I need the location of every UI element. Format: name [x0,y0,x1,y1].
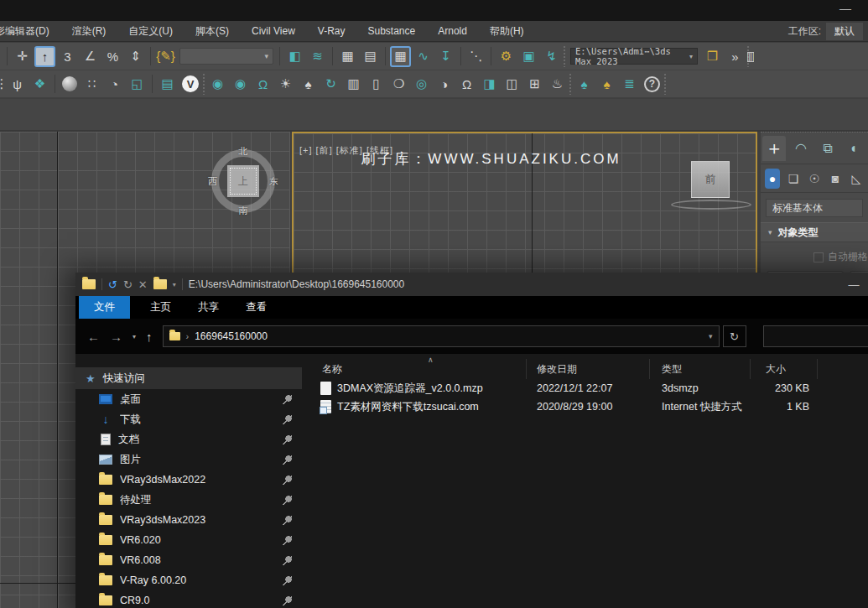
column-header-size[interactable]: 大小 [751,359,818,379]
history-chevron-icon[interactable]: ▾ [133,333,136,340]
layered-image-icon[interactable]: ◎ [411,74,432,95]
fire-ring-icon[interactable]: ❍ [388,74,409,95]
physical-camera-icon[interactable]: ◉ [207,74,228,95]
percent-snap-icon[interactable]: % [102,46,123,67]
select-object-button[interactable]: ↑ [34,46,55,67]
pin-icon[interactable] [283,455,292,465]
category-shapes-button[interactable]: ❏ [786,169,801,189]
sidebar-item-folder[interactable]: CR9.0 [75,590,302,608]
category-helpers-button[interactable]: ◺ [849,169,864,189]
viewcube-ring-icon[interactable] [671,200,751,210]
menu-civil-view[interactable]: Civil View [252,25,295,37]
qat-folder-icon[interactable] [153,279,167,289]
forward-icon[interactable]: → [110,330,122,344]
undo-icon[interactable]: ↺ [108,278,117,291]
sidebar-item-pictures[interactable]: 图片 [75,450,302,470]
max-minimize-button[interactable]: — [834,2,856,15]
vray-fire-icon[interactable]: ❖ [29,74,50,95]
mirror-icon[interactable]: ◧ [284,46,305,67]
named-selection-sets-dropdown[interactable]: ▾ [179,48,273,65]
toolbar-partial-icon[interactable]: ▥ [747,46,754,67]
help-icon[interactable]: ? [644,76,660,92]
forest-list-icon[interactable]: ▥ [343,74,364,95]
play-panel-icon[interactable]: ◫ [502,74,522,95]
toolbar-partial-icon[interactable]: ⋮ [0,74,5,95]
asset-list-icon[interactable]: ▤ [157,74,178,95]
vray-logo-icon[interactable]: V [182,75,199,92]
pin-icon[interactable] [283,496,292,505]
project-folder-field[interactable]: E:\Users\Admi⋯\3ds Max 2023 ▾ [570,48,698,65]
pin-icon[interactable] [283,536,292,545]
column-header-name[interactable]: 名称 [302,359,527,379]
align-icon[interactable]: ≋ [307,46,328,67]
sidebar-item-folder[interactable]: VRay3dsMax2023 [75,510,302,530]
up-icon[interactable]: ↑ [146,330,153,344]
pin-icon[interactable] [283,415,292,424]
palette-b-icon[interactable]: ◑ [434,74,455,95]
teapot-icon[interactable]: ♨ [547,74,568,95]
object-type-rollout[interactable]: ▾ 对象类型 [761,222,868,242]
explorer-minimize-button[interactable]: — [834,273,868,296]
close-icon[interactable]: ✕ [138,278,148,291]
bulb-b-icon[interactable]: Ω [456,74,477,95]
category-cameras-button[interactable]: ◙ [828,169,843,189]
menu-help[interactable]: 帮助(H) [490,24,524,39]
schematic-view-icon[interactable]: ↧ [435,46,456,67]
render-production-icon[interactable]: ❒ [702,46,723,67]
sidebar-item-folder[interactable]: V-Ray 6.00.20 [75,570,302,590]
render-setup-icon[interactable]: ▣ [518,46,539,67]
snaps-toggle-icon[interactable]: 3 [57,46,78,67]
toggle-scene-explorer-icon[interactable]: ▦ [337,46,358,67]
forest-page-icon[interactable]: ▯ [366,74,387,95]
tab-share[interactable]: 共享 [185,297,232,318]
sidebar-item-folder[interactable]: 待处理 [75,490,302,510]
viewcube-top-face[interactable]: 上 [227,165,259,197]
menu-substance[interactable]: Substance [368,25,416,37]
menu-scripting[interactable]: 脚本(S) [195,24,229,39]
file-row[interactable]: 3DMAX资源追踪器_v2.0.0.mzp 2022/12/1 22:07 3d… [302,379,868,398]
material-sphere-icon[interactable] [62,76,77,91]
update-icon[interactable]: ↻ [320,74,341,95]
panel-split-icon[interactable]: ◨ [479,74,500,95]
file-row[interactable]: TZ素材网资料下载tzsucai.com 2020/8/29 19:00 Int… [302,398,868,416]
scatter-grass-icon[interactable]: ψ [7,74,28,95]
column-header-date[interactable]: 修改日期 [527,359,650,379]
toolbar-drag-handle[interactable] [569,73,573,95]
select-and-move-icon[interactable]: ✛ [12,46,33,67]
tab-file[interactable]: 文件 [79,296,130,319]
refresh-button[interactable]: ↻ [723,325,746,347]
tab-home[interactable]: 主页 [137,297,185,318]
redo-icon[interactable]: ↻ [123,278,133,291]
color-swatches-icon[interactable]: ∷ [81,74,102,95]
menu-customize[interactable]: 自定义(U) [128,24,173,39]
pin-icon[interactable] [283,556,292,565]
pin-icon[interactable] [283,516,292,525]
pin-icon[interactable] [283,435,292,444]
angle-snap-icon[interactable]: ∠ [80,46,101,67]
category-lights-button[interactable]: ☉ [807,169,822,189]
toolbar-drag-handle[interactable] [563,45,567,67]
spinner-snap-icon[interactable]: ⇕ [125,46,146,67]
tab-view[interactable]: 查看 [232,297,280,318]
address-bar[interactable]: › 1669645160000 ▾ [163,325,720,347]
sidebar-item-folder[interactable]: VR6.008 [75,550,302,570]
pin-icon[interactable] [283,596,292,605]
sidebar-item-downloads[interactable]: ↓ 下载 [75,409,302,429]
forest-pack-icon[interactable]: ♠ [574,74,595,95]
material-editor-icon[interactable]: ⚙ [496,46,517,67]
tab-modify[interactable]: ◠ [789,136,813,161]
forest-pack-alt-icon[interactable]: ♠ [596,74,617,95]
pin-icon[interactable] [283,395,292,404]
grid-panel-icon[interactable]: ⊞ [524,74,545,95]
toggle-layer-explorer-icon[interactable]: ▤ [360,46,381,67]
render-frame-window-icon[interactable]: ↯ [541,46,562,67]
viewcube-front-face[interactable]: 前 [691,161,730,198]
autogrid-checkbox[interactable] [813,252,824,262]
toggle-ribbon-button[interactable]: ▦ [390,46,411,67]
notes-doc-icon[interactable]: ≣ [619,74,640,95]
sidebar-item-documents[interactable]: 文档 [75,429,302,450]
breadcrumb-folder[interactable]: 1669645160000 [195,330,268,342]
tab-create[interactable]: ＋ [762,136,786,161]
sidebar-item-folder[interactable]: VR6.020 [75,530,302,550]
search-input[interactable] [763,325,868,347]
